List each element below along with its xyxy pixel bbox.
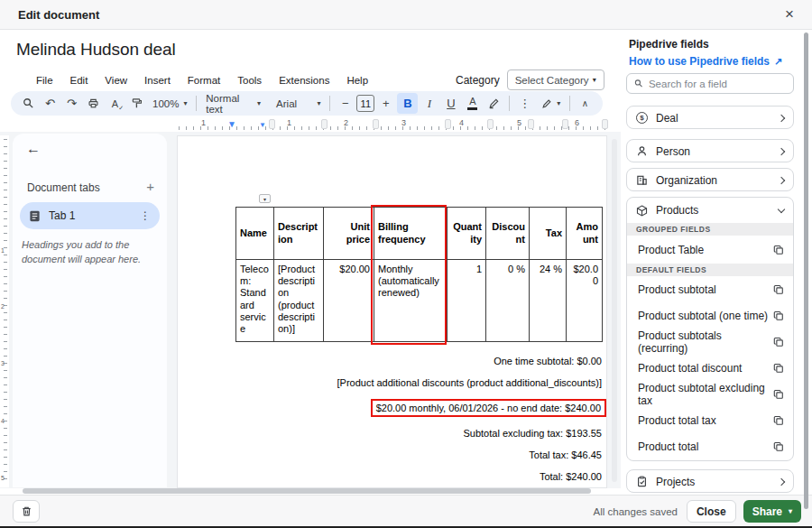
- copy-icon[interactable]: [773, 363, 784, 374]
- document-horizontal-scrollbar[interactable]: [23, 488, 591, 494]
- cell-unit-price[interactable]: $20.00: [324, 260, 374, 342]
- copy-icon[interactable]: [773, 441, 784, 452]
- product-table[interactable]: Name Description Unit price Billing freq…: [235, 207, 603, 342]
- font-select[interactable]: Arial ▾: [272, 93, 325, 114]
- products-header[interactable]: Products: [627, 198, 793, 223]
- category-select[interactable]: Select Category ▾: [507, 69, 604, 90]
- group-organization[interactable]: Organization: [626, 168, 794, 191]
- subtotal-excluding-tax[interactable]: Subtotal excluding tax: $193.55: [337, 428, 602, 439]
- italic-button[interactable]: I: [419, 93, 439, 114]
- field-product-total[interactable]: Product total: [627, 433, 793, 459]
- indent-marker-icon[interactable]: ▼: [259, 122, 266, 129]
- copy-icon[interactable]: [773, 310, 784, 321]
- text-color-button[interactable]: A: [462, 93, 483, 114]
- group-projects[interactable]: Projects: [626, 469, 794, 493]
- copy-icon[interactable]: [773, 389, 784, 400]
- column-marker[interactable]: [373, 119, 379, 129]
- sidebar-scrollbar[interactable]: [804, 32, 808, 509]
- field-product-subtotals-recurring[interactable]: Product subtotals (recurring): [627, 329, 793, 355]
- table-menu-icon[interactable]: ▾: [259, 194, 271, 203]
- cell-description[interactable]: [Product description (product descriptio…: [274, 260, 324, 342]
- tab-kebab-icon[interactable]: ⋮: [140, 209, 151, 222]
- menu-edit[interactable]: Edit: [62, 72, 97, 91]
- paint-format-icon[interactable]: [126, 93, 147, 114]
- field-product-subtotal-excluding-tax[interactable]: Product subtotal excluding tax: [627, 381, 793, 407]
- total-tax[interactable]: Total tax: $46.45: [337, 449, 602, 460]
- menu-file[interactable]: File: [28, 72, 61, 91]
- document-vertical-scrollbar[interactable]: [612, 139, 617, 482]
- column-marker[interactable]: [487, 119, 494, 129]
- close-button[interactable]: Close: [687, 500, 736, 523]
- menu-format[interactable]: Format: [180, 72, 228, 91]
- field-search[interactable]: [626, 73, 794, 94]
- group-deal[interactable]: $ Deal: [626, 106, 794, 129]
- collapse-menus-icon[interactable]: ∧: [575, 93, 595, 114]
- column-marker[interactable]: [602, 119, 608, 129]
- font-size-decrease-button[interactable]: −: [335, 93, 355, 114]
- header-billing-frequency[interactable]: Billing frequency: [374, 208, 448, 260]
- font-size-input[interactable]: 11: [356, 95, 374, 112]
- add-tab-icon[interactable]: +: [146, 179, 154, 194]
- field-product-total-tax[interactable]: Product total tax: [627, 407, 793, 433]
- bold-button[interactable]: B: [397, 93, 418, 114]
- one-time-subtotal[interactable]: One time subtotal: $0.00: [337, 356, 602, 366]
- field-product-subtotal-one-time[interactable]: Product subtotal (one time): [627, 302, 793, 329]
- field-product-table[interactable]: Product Table: [627, 236, 793, 264]
- copy-icon[interactable]: [773, 284, 784, 295]
- recurring-total-highlighted[interactable]: $20.00 monthly, 06/01/2026 - no end date…: [371, 399, 606, 417]
- redo-icon[interactable]: ↷: [61, 93, 82, 114]
- column-marker[interactable]: [562, 119, 568, 129]
- column-marker[interactable]: [445, 119, 451, 129]
- editing-mode-select[interactable]: ▾: [537, 93, 565, 114]
- cell-discount[interactable]: 0 %: [486, 260, 530, 342]
- document-title[interactable]: Melinda Hudson deal: [16, 40, 176, 60]
- field-product-subtotal[interactable]: Product subtotal: [627, 276, 793, 302]
- search-icon[interactable]: [18, 93, 39, 114]
- header-unit-price[interactable]: Unit price: [324, 208, 374, 260]
- menu-tools[interactable]: Tools: [229, 72, 270, 91]
- help-link[interactable]: How to use Pipedrive fields ↗: [629, 55, 782, 68]
- column-marker[interactable]: [528, 119, 534, 129]
- total[interactable]: Total: $240.00: [337, 471, 602, 482]
- header-discount[interactable]: Discount: [486, 208, 530, 260]
- copy-icon[interactable]: [773, 415, 784, 426]
- undo-icon[interactable]: ↶: [40, 93, 60, 114]
- spellcheck-icon[interactable]: A✓: [105, 93, 125, 114]
- menu-extensions[interactable]: Extensions: [271, 72, 337, 91]
- delete-document-button[interactable]: [13, 500, 40, 523]
- cell-amount[interactable]: $20.00: [567, 260, 603, 342]
- tab-1[interactable]: Tab 1 ⋮: [20, 202, 160, 229]
- highlight-color-icon[interactable]: [484, 93, 504, 114]
- menu-insert[interactable]: Insert: [136, 72, 179, 91]
- group-person[interactable]: Person: [626, 139, 794, 162]
- field-product-total-discount[interactable]: Product total discount: [627, 355, 793, 381]
- header-quantity[interactable]: Quantity: [448, 208, 486, 260]
- cell-billing-frequency[interactable]: Monthly (automatically renewed): [374, 260, 448, 342]
- header-description[interactable]: Description: [274, 208, 324, 260]
- additional-discounts[interactable]: [Product additional discounts (product a…: [337, 377, 602, 388]
- font-size-increase-button[interactable]: +: [375, 93, 396, 114]
- cell-quantity[interactable]: 1: [448, 260, 486, 342]
- share-button[interactable]: Share ▾: [743, 500, 801, 523]
- copy-icon[interactable]: [773, 245, 784, 255]
- document-page[interactable]: ▾ Name Description Unit price Billing fr…: [177, 135, 607, 488]
- column-marker[interactable]: [269, 119, 275, 129]
- copy-icon[interactable]: [773, 337, 784, 347]
- paragraph-style-select[interactable]: Normal text ▾: [201, 93, 265, 114]
- menu-help[interactable]: Help: [338, 72, 376, 91]
- close-icon[interactable]: ×: [780, 5, 799, 24]
- column-marker[interactable]: [321, 119, 328, 129]
- header-name[interactable]: Name: [236, 208, 274, 260]
- cell-tax[interactable]: 24 %: [530, 260, 567, 342]
- more-options-icon[interactable]: ⋮: [514, 93, 535, 114]
- zoom-select[interactable]: 100% ▾: [148, 93, 191, 114]
- cell-name[interactable]: Telecom: Standard service: [236, 260, 274, 342]
- header-tax[interactable]: Tax: [530, 208, 567, 260]
- underline-button[interactable]: U: [440, 93, 461, 114]
- back-arrow-icon[interactable]: ←: [26, 141, 41, 157]
- indent-marker-icon[interactable]: ▼: [227, 120, 236, 129]
- search-input[interactable]: [649, 79, 786, 89]
- print-icon[interactable]: [83, 93, 104, 114]
- header-amount[interactable]: Amount: [567, 208, 603, 260]
- menu-view[interactable]: View: [97, 72, 135, 91]
